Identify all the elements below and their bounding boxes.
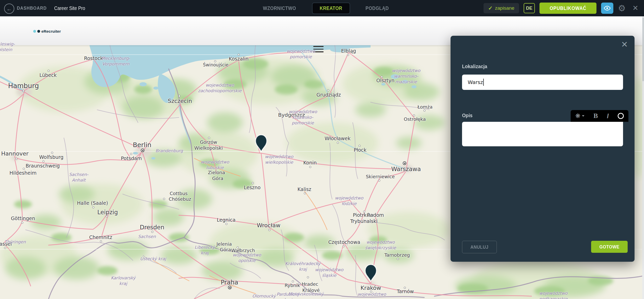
checkmark-icon: ✓	[488, 5, 493, 11]
cancel-button[interactable]: ANULUJ	[462, 241, 497, 253]
location-input[interactable]: Warsz	[462, 75, 623, 90]
editor-close-icon[interactable]: ✕	[630, 5, 640, 12]
back-button[interactable]: ←	[4, 4, 14, 14]
location-field-label: Lokalizacja	[462, 63, 491, 69]
map-pin[interactable]	[365, 264, 377, 283]
dialog-close-icon[interactable]: ✕	[621, 40, 628, 49]
done-button[interactable]: GOTOWE	[591, 241, 628, 253]
description-toolbar: ❋ B I	[571, 110, 628, 122]
publish-button[interactable]: OPUBLIKOWAĆ	[539, 3, 596, 14]
text-caret	[483, 79, 484, 86]
app-window: HamburgLübeckRostockHannoverWolfsburgBra…	[0, 0, 644, 299]
editor-tabs: WZORNICTWO KREATOR PODGLĄD	[261, 0, 390, 16]
saved-status-badge: ✓ zapisane	[484, 3, 519, 13]
preview-eye-button[interactable]	[601, 3, 613, 14]
settings-gear-icon[interactable]: ⚙	[618, 4, 626, 13]
scrollbar-thumb[interactable]	[642, 17, 644, 81]
page-scrollbar[interactable]	[642, 16, 644, 299]
ai-assistant-button[interactable]: ❋	[575, 113, 584, 119]
logo-dot-light-icon	[33, 30, 36, 33]
map-pin[interactable]	[255, 134, 267, 153]
italic-button[interactable]: I	[607, 112, 609, 120]
editor-topbar: ← DASHBOARD Career Site Pro WZORNICTWO K…	[0, 0, 644, 16]
description-field-label: Opis	[462, 112, 474, 118]
dashboard-link[interactable]: DASHBOARD	[17, 0, 51, 16]
topbar-actions: ✓ zapisane DE OPUBLIKOWAĆ ⚙ ✕	[484, 0, 640, 16]
logo-dot-dark-icon	[37, 30, 40, 33]
saved-status-label: zapisane	[495, 5, 514, 11]
tab-wzornictwo[interactable]: WZORNICTWO	[261, 5, 298, 11]
tab-kreator[interactable]: KREATOR	[312, 3, 350, 14]
circle-icon[interactable]	[618, 113, 624, 119]
logo-text: eRecruiter	[41, 29, 61, 33]
project-title: Career Site Pro	[54, 0, 89, 16]
tab-podglad[interactable]: PODGLĄD	[364, 5, 390, 11]
back-arrow-icon: ←	[7, 6, 12, 11]
erecruiter-logo: eRecruiter	[33, 29, 61, 33]
location-dialog: ✕ Lokalizacja Warsz Opis ❋ B I ANULUJ GO…	[451, 36, 635, 262]
location-input-value: Warsz	[468, 79, 483, 85]
ai-assistant-icon: ❋	[575, 113, 580, 119]
eye-icon	[604, 6, 611, 11]
editor-language-button[interactable]: DE	[524, 3, 535, 13]
hamburger-menu-icon[interactable]	[313, 46, 324, 54]
description-textarea[interactable]	[462, 122, 623, 146]
bold-button[interactable]: B	[593, 112, 598, 120]
chevron-down-icon	[582, 115, 584, 117]
